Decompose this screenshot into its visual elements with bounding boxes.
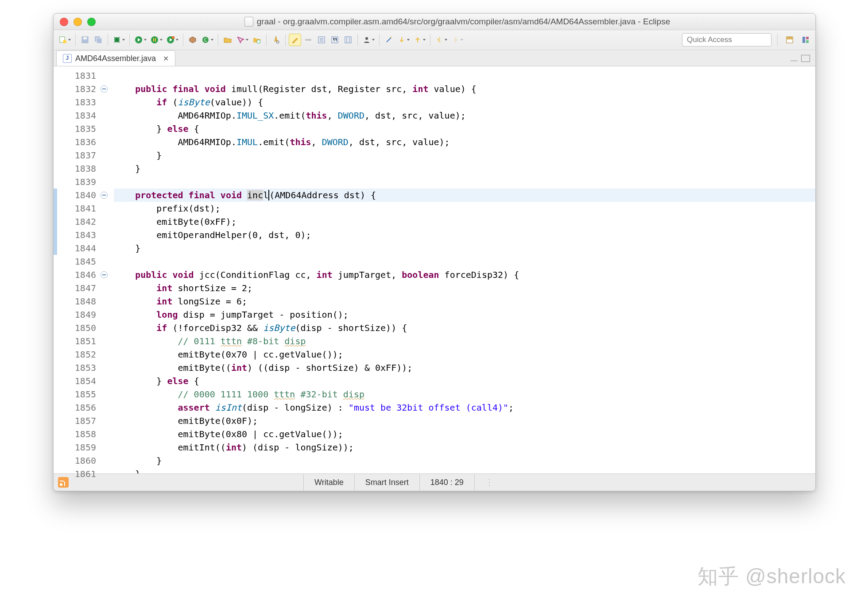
- line-number: 1846: [57, 268, 96, 281]
- code-line[interactable]: emitByte(0x0F);: [114, 414, 815, 427]
- quick-access-input[interactable]: [682, 33, 771, 46]
- toggle-mark-button[interactable]: [289, 34, 301, 46]
- svg-rect-19: [332, 37, 338, 43]
- code-line[interactable]: }: [114, 467, 815, 473]
- toolbar-separator-icon: [777, 34, 778, 46]
- perspective-debug-button[interactable]: [799, 34, 812, 46]
- line-number: 1844: [57, 242, 96, 255]
- external-tools-button[interactable]: [165, 34, 180, 46]
- line-number: 1831: [57, 69, 96, 82]
- status-overflow-icon[interactable]: ⋮: [474, 474, 514, 491]
- coverage-button[interactable]: [149, 34, 164, 46]
- code-line[interactable]: emitByte(0x80 | cc.getValue());: [114, 427, 815, 441]
- search-button[interactable]: [270, 34, 282, 46]
- debug-button[interactable]: [111, 34, 126, 46]
- line-number: 1849: [57, 308, 96, 321]
- code-line[interactable]: if (isByte(value)) {: [114, 96, 815, 109]
- fold-toggle-icon[interactable]: [101, 271, 108, 278]
- show-whitespace-button[interactable]: [329, 34, 341, 46]
- minimize-view-icon[interactable]: [790, 60, 798, 61]
- new-package-button[interactable]: [186, 34, 199, 46]
- forward-button[interactable]: [450, 34, 465, 46]
- window-controls: [60, 18, 96, 26]
- code-line[interactable]: int shortSize = 2;: [114, 281, 815, 295]
- prev-annotation-button[interactable]: [412, 34, 427, 46]
- close-tab-icon[interactable]: ✕: [163, 54, 169, 63]
- svg-rect-25: [806, 37, 809, 39]
- code-line[interactable]: [114, 255, 815, 268]
- fold-toggle-icon[interactable]: [101, 85, 108, 92]
- open-resource-button[interactable]: [251, 34, 263, 46]
- code-line[interactable]: }: [114, 242, 815, 255]
- svg-rect-9: [153, 38, 154, 42]
- svg-point-15: [257, 40, 260, 43]
- outline-button[interactable]: [315, 34, 328, 46]
- code-line[interactable]: // 0000 1111 1000 tttn #32-bit disp: [114, 388, 815, 401]
- line-number: 1848: [57, 295, 96, 308]
- code-line[interactable]: AMD64RMIOp.IMUL_SX.emit(this, DWORD, dst…: [114, 109, 815, 122]
- zoom-icon[interactable]: [87, 18, 96, 26]
- line-number: 1838: [57, 162, 96, 175]
- line-number: 1841: [57, 202, 96, 215]
- code-line[interactable]: if (!forceDisp32 && isByte(disp - shortS…: [114, 321, 815, 335]
- editor-tab[interactable]: J AMD64Assembler.java ✕: [56, 50, 175, 66]
- wand-button[interactable]: [383, 34, 395, 46]
- new-button[interactable]: [57, 34, 72, 46]
- toolbar-separator-icon: [379, 34, 380, 46]
- toolbar-separator-icon: [218, 34, 218, 46]
- close-icon[interactable]: [60, 18, 68, 26]
- line-gutter: 1831183218331834183518361837183818391840…: [57, 66, 98, 473]
- java-file-icon: J: [63, 54, 72, 63]
- toggle-breadcrumb-button[interactable]: [302, 34, 314, 46]
- run-button[interactable]: [133, 34, 148, 46]
- rss-icon[interactable]: [58, 477, 69, 488]
- save-all-button[interactable]: [92, 34, 105, 46]
- code-line[interactable]: [114, 69, 815, 82]
- code-line[interactable]: }: [114, 162, 815, 175]
- code-line[interactable]: emitByte(0x70 | cc.getValue());: [114, 348, 815, 361]
- code-area[interactable]: public final void imull(Register dst, Re…: [110, 66, 815, 473]
- fold-toggle-icon[interactable]: [101, 192, 108, 199]
- code-line[interactable]: long disp = jumpTarget - position();: [114, 308, 815, 321]
- code-line[interactable]: }: [114, 149, 815, 162]
- code-line[interactable]: emitByte((int) ((disp - shortSize) & 0xF…: [114, 361, 815, 374]
- new-class-button[interactable]: C: [200, 34, 215, 46]
- editor-minmax: [790, 51, 810, 66]
- code-line[interactable]: } else {: [114, 374, 815, 388]
- code-line[interactable]: prefix(dst);: [114, 202, 815, 215]
- pin-editor-button[interactable]: [342, 34, 354, 46]
- status-cursor-pos: 1840 : 29: [419, 474, 474, 491]
- code-line[interactable]: } else {: [114, 122, 815, 135]
- line-number: 1850: [57, 321, 96, 335]
- code-editor[interactable]: 1831183218331834183518361837183818391840…: [54, 66, 815, 473]
- line-number: 1837: [57, 149, 96, 162]
- window-title-text: graal - org.graalvm.compiler.asm.amd64/s…: [257, 17, 670, 27]
- svg-rect-10: [155, 38, 156, 42]
- svg-rect-5: [97, 38, 102, 43]
- code-line[interactable]: assert isInt(disp - longSize) : "must be…: [114, 401, 815, 414]
- code-line[interactable]: emitInt((int) (disp - longSize));: [114, 441, 815, 454]
- next-annotation-button[interactable]: [396, 34, 411, 46]
- minimize-icon[interactable]: [74, 18, 82, 26]
- code-line[interactable]: }: [114, 454, 815, 467]
- profile-button[interactable]: [361, 34, 376, 46]
- code-line[interactable]: AMD64RMIOp.IMUL.emit(this, DWORD, dst, s…: [114, 135, 815, 149]
- line-number: 1842: [57, 215, 96, 228]
- perspective-java-button[interactable]: [783, 34, 796, 46]
- open-type-button[interactable]: [221, 34, 234, 46]
- back-button[interactable]: [434, 34, 449, 46]
- code-line[interactable]: int longSize = 6;: [114, 295, 815, 308]
- code-line[interactable]: emitByte(0xFF);: [114, 215, 815, 228]
- save-button[interactable]: [79, 34, 91, 46]
- svg-rect-23: [787, 37, 793, 39]
- code-line[interactable]: emitOperandHelper(0, dst, 0);: [114, 228, 815, 242]
- svg-rect-20: [345, 37, 351, 43]
- code-line[interactable]: // 0111 tttn #8-bit disp: [114, 335, 815, 348]
- code-line[interactable]: [114, 175, 815, 189]
- maximize-view-icon[interactable]: [801, 55, 810, 62]
- open-task-button[interactable]: [235, 34, 250, 46]
- svg-point-8: [151, 36, 158, 43]
- code-line[interactable]: public final void imull(Register dst, Re…: [114, 82, 815, 96]
- code-line[interactable]: public void jcc(ConditionFlag cc, int ju…: [114, 268, 815, 281]
- code-line[interactable]: protected final void incl(AMD64Address d…: [114, 189, 815, 202]
